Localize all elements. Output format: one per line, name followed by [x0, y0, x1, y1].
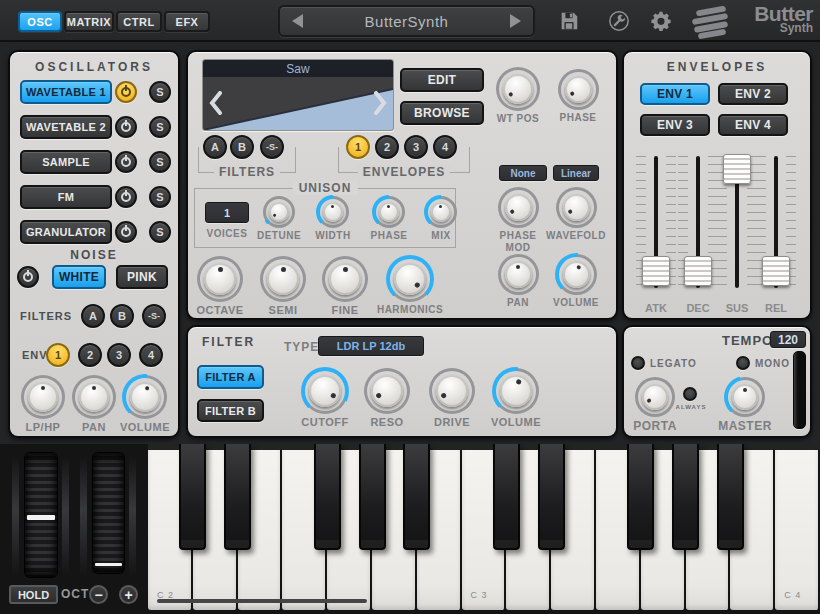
wtpos-knob[interactable]	[496, 67, 540, 111]
noise-pink-button[interactable]: PINK	[116, 265, 168, 289]
prev-preset-arrow-icon[interactable]	[292, 14, 303, 28]
sustain-slider[interactable]	[717, 150, 757, 300]
tempo-value-box[interactable]: 120	[770, 331, 806, 348]
tab-matrix[interactable]: MATRIX	[64, 11, 114, 32]
osc-source-granulator[interactable]: GRANULATOR	[20, 220, 112, 244]
unison-phase-knob[interactable]	[373, 196, 405, 228]
black-key[interactable]	[627, 444, 654, 550]
filter-a-button[interactable]: FILTER A	[197, 365, 264, 389]
filter-b-button[interactable]: FILTER B	[197, 399, 264, 422]
osc-filter-a-button[interactable]: A	[203, 135, 227, 159]
black-key[interactable]	[359, 444, 386, 550]
cutoff-knob[interactable]	[302, 368, 348, 414]
filter-type-select[interactable]: LDR LP 12db	[318, 336, 424, 356]
legato-toggle[interactable]	[631, 356, 645, 370]
wavetable-display[interactable]: Saw	[202, 59, 394, 131]
release-slider[interactable]	[756, 150, 796, 300]
osc-volume-knob[interactable]	[556, 254, 597, 295]
filter-route-s-button[interactable]: -S-	[142, 304, 166, 328]
octave-down-button[interactable]: −	[89, 585, 108, 604]
osc-source-sample[interactable]: SAMPLE	[20, 150, 112, 174]
sample-solo-button[interactable]: S	[149, 151, 171, 173]
wavefold-knob[interactable]	[556, 187, 597, 228]
noise-power-button[interactable]	[17, 266, 39, 288]
drive-knob[interactable]	[429, 368, 475, 414]
mod-wheel[interactable]	[93, 453, 124, 573]
black-key[interactable]	[538, 444, 565, 550]
edit-button[interactable]: EDIT	[400, 68, 484, 92]
osc2-power-button[interactable]	[115, 116, 137, 138]
osc2-solo-button[interactable]: S	[149, 116, 171, 138]
porta-knob[interactable]	[635, 377, 675, 417]
filter-volume-knob[interactable]	[493, 368, 539, 414]
filter-route-b-button[interactable]: B	[110, 304, 134, 328]
granulator-power-button[interactable]	[115, 221, 137, 243]
granulator-solo-button[interactable]: S	[149, 221, 171, 243]
keyboard-scroll-indicator[interactable]	[157, 599, 367, 603]
fine-knob[interactable]	[322, 256, 368, 302]
env2-button[interactable]: ENV 2	[718, 83, 788, 105]
env3-button[interactable]: ENV 3	[640, 114, 710, 136]
osc-env-3-button[interactable]: 3	[404, 135, 428, 159]
volume-knob[interactable]	[123, 375, 167, 419]
env1-button[interactable]: ENV 1	[640, 83, 710, 105]
noise-white-button[interactable]: WHITE	[52, 265, 106, 289]
white-key[interactable]: C 4	[775, 450, 820, 610]
pitch-wheel[interactable]	[25, 453, 57, 577]
prev-wave-chevron-icon[interactable]	[209, 91, 223, 115]
env-route-3-button[interactable]: 3	[107, 343, 131, 367]
octave-knob[interactable]	[197, 256, 243, 302]
tab-ctrl[interactable]: CTRL	[116, 11, 162, 32]
black-key[interactable]	[224, 444, 251, 550]
browse-button[interactable]: BROWSE	[400, 101, 484, 125]
osc-env-2-button[interactable]: 2	[375, 135, 399, 159]
black-key[interactable]	[493, 444, 520, 550]
osc-source-fm[interactable]: FM	[20, 185, 112, 209]
next-preset-arrow-icon[interactable]	[510, 14, 521, 28]
voices-value-box[interactable]: 1	[205, 202, 249, 223]
tab-osc[interactable]: OSC	[18, 11, 62, 32]
osc-source-wavetable2[interactable]: WAVETABLE 2	[20, 115, 112, 139]
attack-slider[interactable]	[636, 150, 676, 300]
mix-knob[interactable]	[425, 196, 457, 228]
phase-mod-knob[interactable]	[498, 187, 539, 228]
phase-mod-source-select[interactable]: None	[499, 165, 547, 181]
env-route-2-button[interactable]: 2	[78, 343, 102, 367]
black-key[interactable]	[672, 444, 699, 550]
wrench-icon[interactable]	[608, 10, 630, 32]
width-knob[interactable]	[317, 196, 349, 228]
env4-button[interactable]: ENV 4	[718, 114, 788, 136]
master-knob[interactable]	[725, 377, 765, 417]
phase-mod-curve-select[interactable]: Linear	[553, 165, 599, 181]
fm-power-button[interactable]	[115, 186, 137, 208]
fm-solo-button[interactable]: S	[149, 186, 171, 208]
osc-phase-knob[interactable]	[558, 69, 599, 110]
osc-env-1-button[interactable]: 1	[346, 135, 370, 159]
black-key[interactable]	[403, 444, 430, 550]
osc-env-4-button[interactable]: 4	[433, 135, 457, 159]
osc-source-wavetable1[interactable]: WAVETABLE 1	[20, 80, 112, 104]
black-key[interactable]	[314, 444, 341, 550]
env-route-4-button[interactable]: 4	[139, 343, 163, 367]
next-wave-chevron-icon[interactable]	[373, 91, 387, 115]
save-icon[interactable]	[558, 10, 580, 32]
black-key[interactable]	[179, 444, 206, 550]
black-key[interactable]	[717, 444, 744, 550]
detune-knob[interactable]	[263, 196, 295, 228]
osc-pan-knob[interactable]	[498, 254, 539, 295]
hold-button[interactable]: HOLD	[9, 585, 58, 604]
mono-toggle[interactable]	[736, 356, 750, 370]
env-route-1-button[interactable]: 1	[46, 343, 70, 367]
filter-route-a-button[interactable]: A	[81, 304, 105, 328]
osc1-solo-button[interactable]: S	[149, 81, 171, 103]
osc1-power-button[interactable]	[115, 81, 137, 103]
gear-icon[interactable]	[650, 10, 672, 32]
osc-filter-b-button[interactable]: B	[230, 135, 254, 159]
osc-filter-s-button[interactable]: -S-	[260, 135, 284, 159]
sample-power-button[interactable]	[115, 151, 137, 173]
reso-knob[interactable]	[364, 368, 410, 414]
semi-knob[interactable]	[260, 256, 306, 302]
lphp-knob[interactable]	[21, 375, 65, 419]
porta-always-toggle[interactable]	[683, 387, 697, 401]
tab-efx[interactable]: EFX	[164, 11, 210, 32]
